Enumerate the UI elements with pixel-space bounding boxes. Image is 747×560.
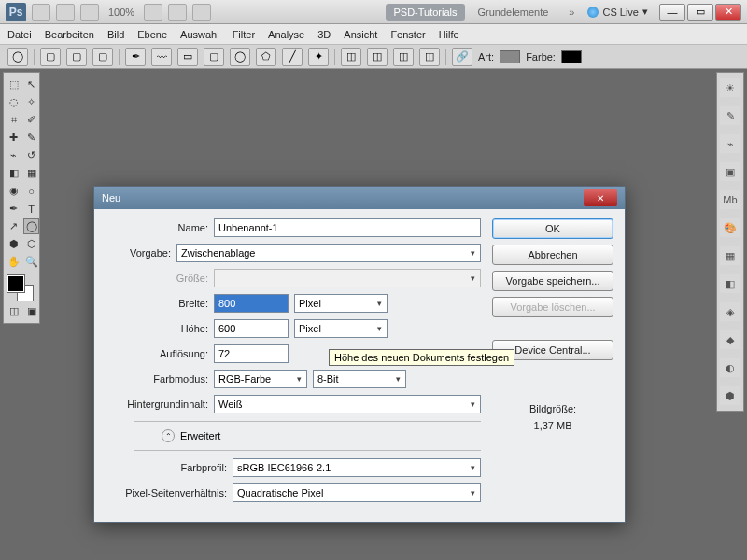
roundrect-icon[interactable]: ▢ [204, 48, 224, 66]
brush-tool[interactable]: ✎ [23, 130, 39, 146]
view-extras-icon[interactable] [80, 4, 99, 21]
width-unit-dropdown[interactable]: Pixel [294, 294, 388, 313]
bridge-icon[interactable] [32, 4, 50, 21]
minibridge-icon[interactable] [56, 4, 75, 21]
workspace-tab-active[interactable]: PSD-Tutorials [386, 4, 464, 21]
style-link-icon[interactable]: 🔗 [452, 48, 472, 66]
eraser-tool[interactable]: ◧ [6, 165, 21, 181]
polygon-icon[interactable]: ⬠ [256, 48, 276, 66]
more-icon[interactable]: » [561, 4, 582, 21]
3dcam-tool[interactable]: ⬡ [23, 236, 39, 252]
cancel-button[interactable]: Abbrechen [492, 245, 613, 265]
paths-panel-icon[interactable]: ◐ [720, 358, 740, 377]
height-input[interactable]: 600 [214, 319, 289, 338]
quickmask-icon[interactable]: ◫ [6, 303, 21, 319]
menu-bearbeiten[interactable]: Bearbeiten [45, 29, 94, 40]
height-unit-dropdown[interactable]: Pixel [294, 319, 388, 338]
ok-button[interactable]: OK [492, 218, 613, 239]
zoom-level[interactable]: 100% [105, 7, 138, 18]
crop-tool[interactable]: ⌗ [6, 112, 21, 128]
name-input[interactable]: Unbenannt-1 [214, 218, 481, 237]
shape-ellipse-icon[interactable]: ◯ [7, 48, 28, 66]
menu-auswahl[interactable]: Auswahl [180, 29, 219, 40]
ellipse-icon[interactable]: ◯ [230, 48, 250, 66]
cslive-button[interactable]: CS Live▾ [587, 6, 648, 18]
hand-tool[interactable]: ✋ [6, 254, 21, 270]
paths-icon[interactable]: ▢ [66, 48, 87, 66]
brushes-icon[interactable]: ✎ [720, 106, 740, 125]
resolution-input[interactable]: 72 [214, 344, 289, 363]
width-input[interactable]: 800 [214, 294, 289, 313]
channels-panel-icon[interactable]: ◆ [720, 330, 740, 349]
preset-dropdown[interactable]: Zwischenablage [176, 244, 481, 262]
dialog-close-button[interactable]: ✕ [584, 189, 617, 206]
move-tool[interactable]: ↖ [23, 77, 39, 92]
line-icon[interactable]: ╱ [282, 48, 303, 66]
style-swatch[interactable] [500, 50, 520, 63]
pen-icon[interactable]: ✒ [125, 48, 146, 66]
adjustments-icon[interactable]: ☀ [720, 78, 740, 97]
dialog-titlebar[interactable]: Neu ✕ [94, 187, 625, 209]
history-tool[interactable]: ↺ [23, 147, 39, 163]
freeform-icon[interactable]: 〰 [151, 48, 172, 66]
marquee-tool[interactable]: ⬚ [6, 77, 21, 92]
clone-icon[interactable]: ⌁ [720, 134, 740, 153]
zoom-tool[interactable]: 🔍 [23, 254, 39, 270]
menu-bild[interactable]: Bild [107, 29, 124, 40]
color-swatch[interactable] [561, 50, 582, 63]
menu-datei[interactable]: Datei [7, 29, 32, 40]
size-dropdown [214, 269, 481, 287]
layers-panel-icon[interactable]: ◈ [720, 302, 740, 321]
3d-panel-icon[interactable]: ⬢ [720, 386, 740, 405]
3d-tool[interactable]: ⬢ [6, 236, 21, 252]
menu-hilfe[interactable]: Hilfe [439, 29, 459, 40]
bitdepth-dropdown[interactable]: 8-Bit [313, 370, 406, 388]
color-panel-icon[interactable]: 🎨 [720, 218, 740, 237]
swatches-panel-icon[interactable]: ▦ [720, 246, 740, 265]
menu-fenster[interactable]: Fenster [390, 29, 425, 40]
color-swatches[interactable] [6, 273, 37, 300]
gradient-tool[interactable]: ▦ [23, 165, 39, 181]
wand-tool[interactable]: ✧ [23, 94, 39, 110]
colormode-dropdown[interactable]: RGB-Farbe [214, 370, 307, 388]
path-tool[interactable]: ↗ [6, 218, 21, 234]
pen-tool[interactable]: ✒ [6, 201, 21, 217]
styles-panel-icon[interactable]: ◧ [720, 274, 740, 293]
shape-tool[interactable]: ◯ [23, 218, 39, 234]
menu-ansicht[interactable]: Ansicht [344, 29, 377, 40]
menu-filter[interactable]: Filter [233, 29, 255, 40]
shapelayer-icon[interactable]: ▢ [40, 48, 61, 66]
masks-icon[interactable]: ▣ [720, 162, 740, 181]
save-preset-button[interactable]: Vorgabe speichern... [492, 271, 613, 291]
hand-icon[interactable] [144, 4, 162, 21]
menu-3d[interactable]: 3D [317, 29, 331, 40]
advanced-toggle[interactable]: ⌃Erweitert [162, 429, 481, 442]
lasso-tool[interactable]: ◌ [6, 94, 21, 110]
heal-tool[interactable]: ✚ [6, 130, 21, 146]
type-tool[interactable]: T [23, 201, 39, 217]
combine4-icon[interactable]: ◫ [419, 48, 440, 66]
combine2-icon[interactable]: ◫ [367, 48, 388, 66]
workspace-tab[interactable]: Grundelemente [471, 4, 557, 21]
combine1-icon[interactable]: ◫ [341, 48, 361, 66]
menu-ebene[interactable]: Ebene [137, 29, 167, 40]
minimize-button[interactable]: — [659, 4, 685, 21]
screenmode-icon[interactable] [192, 4, 211, 21]
profile-dropdown[interactable]: sRGB IEC61966-2.1 [233, 458, 481, 477]
close-button[interactable]: ✕ [715, 4, 741, 21]
rect-icon[interactable]: ▭ [177, 48, 198, 66]
menu-analyse[interactable]: Analyse [268, 29, 304, 40]
dodge-tool[interactable]: ○ [23, 183, 39, 199]
par-dropdown[interactable]: Quadratische Pixel [233, 483, 481, 502]
custom-icon[interactable]: ✦ [308, 48, 329, 66]
combine3-icon[interactable]: ◫ [393, 48, 414, 66]
screenmode-tool[interactable]: ▣ [23, 303, 39, 319]
maximize-button[interactable]: ▭ [687, 4, 713, 21]
bgcontent-dropdown[interactable]: Weiß [214, 395, 481, 413]
fillpx-icon[interactable]: ▢ [92, 48, 113, 66]
blur-tool[interactable]: ◉ [6, 183, 21, 199]
eyedropper-tool[interactable]: ✐ [23, 112, 39, 128]
stamp-tool[interactable]: ⌁ [6, 147, 21, 163]
arrange-icon[interactable] [168, 4, 187, 21]
minibridge-panel-icon[interactable]: Mb [720, 190, 740, 209]
